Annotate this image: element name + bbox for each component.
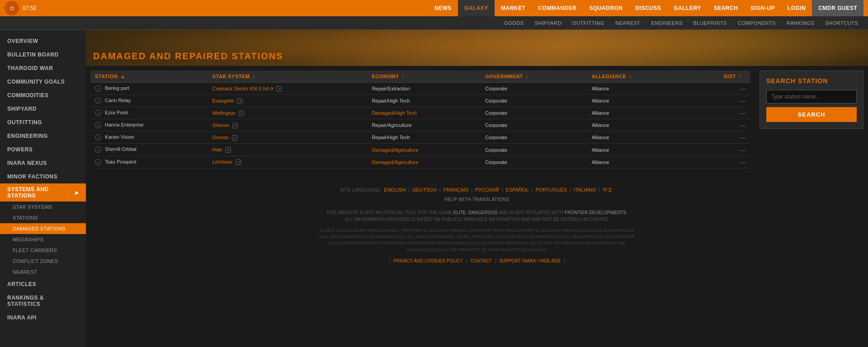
sidebar-item-overview[interactable]: OVERVIEW	[0, 34, 86, 48]
subnav-outfitting[interactable]: OUTFITTING	[567, 16, 610, 30]
footer-privacy-link[interactable]: PRIVACY AND COOKIES POLICY	[393, 258, 463, 263]
nav-signup[interactable]: SIGN-UP	[744, 0, 781, 16]
external-link-icon[interactable]: ↗	[232, 123, 238, 128]
footer-support-link[interactable]: SUPPORT INARA / HIDE ADS	[499, 258, 561, 263]
sidebar-item-inara-nexus[interactable]: INARA NEXUS	[0, 156, 86, 170]
logo-area: ⬡ 07:52	[5, 1, 36, 15]
col-economy[interactable]: ECONOMY ↕	[367, 70, 481, 83]
external-link-icon[interactable]: ↗	[226, 147, 231, 153]
sort-arrow-economy: ↕	[402, 74, 405, 79]
subnav-goods[interactable]: GOODS	[499, 16, 529, 30]
sort-arrow-station: ▲	[121, 74, 125, 79]
nav-galaxy[interactable]: GALAXY	[458, 0, 495, 16]
lang-italiano[interactable]: ITALIANO	[574, 187, 596, 192]
sidebar-sub-damaged-stations[interactable]: DAMAGED STATIONS	[0, 223, 86, 234]
sidebar-item-powers[interactable]: POWERS	[0, 143, 86, 156]
nav-market[interactable]: MARKET	[495, 0, 532, 16]
table-row: ○ Karian Vision Onoros ↗ Repair/High Tec…	[90, 131, 750, 144]
site-lang-label: SITE LANGUAGE:	[340, 187, 382, 192]
system-name-link[interactable]: Haki	[212, 147, 222, 152]
nav-commander[interactable]: COMMANDER	[532, 0, 583, 16]
nav-login[interactable]: LOGIN	[781, 0, 812, 16]
subnav-rankings[interactable]: RANKINGS	[781, 16, 820, 30]
col-station[interactable]: STATION ▲	[90, 70, 208, 83]
subnav-engineers[interactable]: ENGINEERS	[646, 16, 688, 30]
sidebar-item-shipyard[interactable]: SHIPYARD	[0, 102, 86, 116]
sidebar-item-thargoid-war[interactable]: THARGOID WAR	[0, 61, 86, 75]
external-link-icon[interactable]: ↗	[232, 135, 237, 141]
system-name-link[interactable]: Shenve	[212, 122, 229, 128]
sidebar-sub-nearest[interactable]: NEAREST	[0, 267, 86, 277]
sidebar-section-systems[interactable]: SYSTEMS AND STATIONS ▶	[0, 183, 86, 202]
sidebar: OVERVIEW BULLETIN BOARD THARGOID WAR COM…	[0, 30, 86, 347]
col-allegiance[interactable]: ALLEGIANCE ↕	[587, 70, 687, 83]
external-link-icon[interactable]: ↗	[237, 98, 242, 104]
nav-news[interactable]: NEWS	[428, 0, 458, 16]
sidebar-item-inara-api[interactable]: INARA API	[0, 311, 86, 324]
sidebar-item-articles[interactable]: ARTICLES	[0, 277, 86, 291]
nav-discuss[interactable]: DISCUSS	[629, 0, 667, 16]
subnav-shortcuts[interactable]: SHORTCUTS	[820, 16, 863, 30]
subnav-nearest[interactable]: NEAREST	[610, 16, 646, 30]
nav-cmdr-guest[interactable]: CMDR GUEST	[812, 0, 863, 16]
subnav-shipyard[interactable]: SHIPYARD	[529, 16, 567, 30]
sidebar-item-commodities[interactable]: COMMODITIES	[0, 89, 86, 102]
system-name-link[interactable]: Lembass	[212, 159, 233, 164]
nav-search[interactable]: SEARCH	[708, 0, 745, 16]
col-dist[interactable]: DIST ↕	[687, 70, 750, 83]
station-icon: ○	[95, 110, 101, 116]
col-government[interactable]: GOVERNMENT ↕	[481, 70, 587, 83]
sidebar-sub-star-systems[interactable]: STAR SYSTEMS	[0, 202, 86, 212]
station-name-link[interactable]: Tsao Prospect	[105, 159, 137, 164]
sidebar-sub-megaships[interactable]: MEGASHIPS	[0, 234, 86, 245]
subnav-components[interactable]: COMPONENTS	[732, 16, 781, 30]
station-name-link[interactable]: Ezra Point	[105, 110, 128, 115]
table-section: STATION ▲ STAR SYSTEM ↕ ECONOMY ↕	[86, 66, 755, 173]
sidebar-item-minor-factions[interactable]: MINOR FACTIONS	[0, 170, 86, 183]
search-station-title: SEARCH STATION	[766, 77, 857, 84]
footer-help[interactable]: HELP WITH TRANSLATIONS	[95, 197, 859, 202]
lang-chinese[interactable]: 中文	[603, 187, 613, 192]
table-row: ○ Sherrill Orbital Haki ↗ Damaged/Agricu…	[90, 144, 750, 156]
system-name-link[interactable]: Onoros	[212, 135, 229, 140]
logo-icon: ⬡	[5, 1, 19, 15]
footer-disclaimer: THIS WEBSITE IS NOT AN OFFICIAL TOOL FOR…	[319, 209, 635, 223]
lang-portugues[interactable]: PORTUGUÊS	[536, 187, 567, 192]
search-station-button[interactable]: SEARCH	[766, 107, 857, 122]
external-link-icon[interactable]: ↗	[239, 111, 244, 116]
lang-deutsch[interactable]: DEUTSCH	[413, 187, 437, 192]
lang-russian[interactable]: РУССКИЙ	[475, 187, 499, 192]
search-station-input[interactable]	[766, 90, 857, 103]
system-name-link[interactable]: Wellington	[212, 110, 236, 116]
external-link-icon[interactable]: ↗	[236, 159, 241, 165]
lang-francais[interactable]: FRANÇAIS	[443, 187, 469, 192]
station-name-link[interactable]: Cann Relay	[105, 98, 131, 103]
station-name-link[interactable]: Karian Vision	[105, 134, 134, 140]
sidebar-item-bulletin-board[interactable]: BULLETIN BOARD	[0, 48, 86, 61]
footer-languages: SITE LANGUAGE: ENGLISH | DEUTSCH | FRANÇ…	[95, 187, 859, 193]
sidebar-sub-conflict-zones[interactable]: CONFLICT ZONES	[0, 256, 86, 267]
station-name-link[interactable]: Hanna Enterprise	[105, 122, 144, 127]
sidebar-item-engineering[interactable]: ENGINEERING	[0, 129, 86, 143]
station-name-link[interactable]: Bering port	[105, 85, 129, 91]
sidebar-sub-fleet-carriers[interactable]: FLEET CARRIERS	[0, 245, 86, 256]
subnav-blueprints[interactable]: BLUEPRINTS	[688, 16, 732, 30]
nav-gallery[interactable]: GALLERY	[667, 0, 707, 16]
content-area: STATION ▲ STAR SYSTEM ↕ ECONOMY ↕	[86, 66, 868, 173]
col-star-system[interactable]: STAR SYSTEM ↕	[208, 70, 368, 83]
sidebar-item-community-goals[interactable]: COMMUNITY GOALS	[0, 75, 86, 89]
secondary-nav: GOODS SHIPYARD OUTFITTING NEAREST ENGINE…	[0, 16, 868, 30]
lang-english[interactable]: ENGLISH	[384, 187, 406, 192]
sort-arrow-allegiance: ↕	[629, 74, 632, 79]
sort-arrow-government: ↕	[526, 74, 529, 79]
system-name-link[interactable]: Coalsack Sector KN-S b4-9	[212, 86, 274, 91]
lang-espanol[interactable]: ESPAÑOL	[506, 187, 529, 192]
external-link-icon[interactable]: ↗	[276, 86, 282, 92]
footer-contact-link[interactable]: CONTACT	[470, 258, 492, 263]
station-name-link[interactable]: Sherrill Orbital	[105, 146, 137, 152]
nav-squadron[interactable]: SQUADRON	[583, 0, 629, 16]
system-name-link[interactable]: Evangelis	[212, 98, 234, 103]
sidebar-item-outfitting[interactable]: OUTFITTING	[0, 116, 86, 129]
sidebar-sub-stations[interactable]: STATIONS	[0, 212, 86, 223]
sidebar-item-rankings[interactable]: RANKINGS & STATISTICS	[0, 291, 86, 311]
